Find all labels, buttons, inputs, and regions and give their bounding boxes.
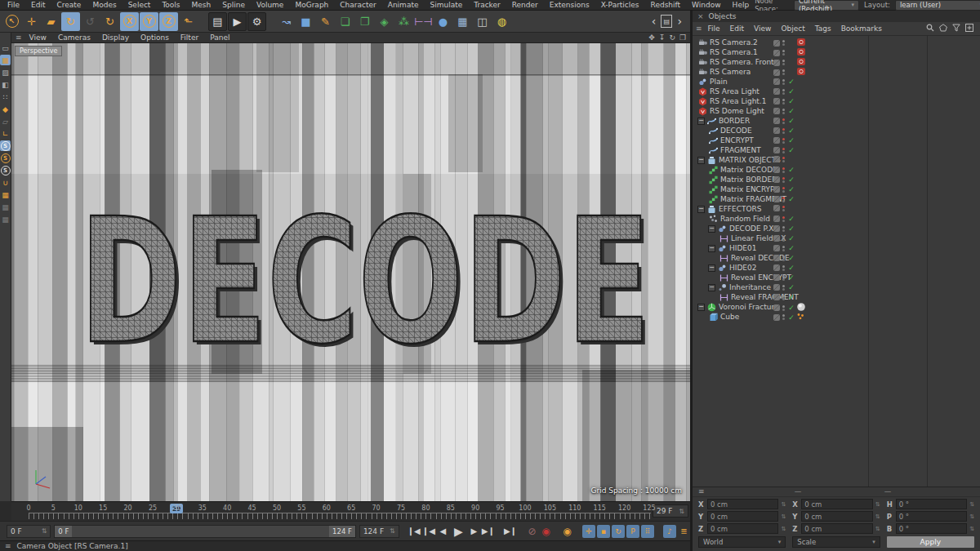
volume-builder-icon[interactable]: ● [434,12,452,31]
stepper[interactable]: ⇅ [969,501,974,508]
position-x-field[interactable]: 0 cm [707,499,778,509]
tree-item-border[interactable]: −BORDER✓ [693,116,980,126]
tree-item-rs-camera-1[interactable]: RS Camera.1 [693,47,980,57]
layout-document-icon[interactable]: ▤ [661,15,672,28]
stepper[interactable]: ⇅ [781,501,786,508]
enabled-check-icon[interactable]: ✓ [787,176,795,184]
layer-box[interactable] [773,69,780,76]
layer-box[interactable] [773,98,780,104]
menu-animate[interactable]: Animate [382,1,425,9]
tree-item-rs-area-light-1[interactable]: RS Area Light.1✓ [693,96,980,106]
visibility-dots[interactable] [782,206,785,211]
tree-item-linear-field-p-x[interactable]: Linear Field P.X✓ [693,233,980,243]
uv-mode-icon[interactable]: ◧ [0,79,11,90]
expand-icon[interactable]: − [708,284,715,291]
search-icon[interactable] [926,24,934,33]
menu-edit[interactable]: Edit [25,1,51,9]
menu-select[interactable]: Select [122,1,157,9]
menu-spline[interactable]: Spline [216,1,251,9]
enabled-check-icon[interactable]: ✓ [787,215,795,223]
menu-create[interactable]: Create [51,1,87,9]
pan-icon[interactable]: ✥ [648,33,655,42]
layer-box[interactable] [773,225,780,232]
dolly-icon[interactable]: ↧ [659,33,666,42]
quantize-toggle-icon[interactable]: S [0,153,11,163]
render-to-picture-viewer-icon[interactable]: ▶ [228,12,247,31]
layer-box[interactable] [773,274,780,281]
menu-volume[interactable]: Volume [251,1,289,9]
enabled-check-icon[interactable]: ✓ [787,87,795,96]
viewport-menu-icon[interactable]: ≡ [16,33,22,42]
expand-icon[interactable]: − [708,245,715,252]
viewport-label[interactable]: Perspective [15,46,62,56]
live-selection-tool-icon[interactable]: ↖ [2,12,21,31]
viewport-menu-panel[interactable]: Panel [204,33,235,42]
panel-menu-icon[interactable]: ≡ [696,24,702,33]
tree-item-reveal-decode[interactable]: Reveal DECODE✓ [693,253,980,263]
objects-tab[interactable]: × Objects [693,11,980,22]
enabled-check-icon[interactable]: ✓ [787,107,795,115]
model-mode-icon[interactable]: ■ [0,55,11,65]
scale-y-field[interactable]: 0 cm [801,511,872,522]
close-icon[interactable]: × [697,12,704,20]
layer-box[interactable] [773,137,780,144]
layer-box[interactable] [773,40,780,47]
stepper[interactable]: ⇅ [875,513,880,520]
visibility-dots[interactable] [782,60,785,65]
key-position-toggle[interactable]: ✛ [582,525,595,538]
visibility-dots[interactable] [782,69,785,75]
enabled-check-icon[interactable]: ✓ [787,127,795,135]
visibility-dots[interactable] [782,167,785,173]
menu-tools[interactable]: Tools [156,1,185,9]
tree-item-matrix-fragment[interactable]: Matrix FRAGMENT✓ [693,194,980,204]
tree-item-encrypt[interactable]: ENCRYPT✓ [693,136,980,145]
enabled-check-icon[interactable]: ✓ [787,283,795,291]
rscam-tag-icon[interactable] [797,38,805,47]
layer-box[interactable] [773,147,780,153]
enabled-check-icon[interactable]: ✓ [787,244,795,252]
visibility-dots[interactable] [782,148,785,153]
cube-primitive-icon[interactable]: ■ [296,12,315,31]
stepper[interactable]: ⇅ [875,526,880,532]
menu-window[interactable]: Window [686,1,727,9]
layer-box[interactable] [773,176,780,183]
layer-box[interactable] [773,108,780,114]
current-frame-field[interactable]: 29 F⇅ [653,504,688,518]
visibility-dots[interactable] [782,197,785,202]
tree-item-cube[interactable]: Cube✓ [693,312,980,322]
layer-box[interactable] [773,314,780,321]
visibility-dots[interactable] [782,40,785,46]
expand-icon[interactable]: − [697,304,705,311]
layer-box[interactable] [773,294,780,300]
layer-box[interactable] [773,186,780,193]
goto-prev-key-button[interactable]: ❙◀ [422,524,435,539]
key-pla-toggle[interactable]: ⠿ [641,525,654,538]
om-menu-view[interactable]: View [749,24,776,33]
goto-end-button[interactable]: ▶❙ [504,524,517,539]
menu-x-particles[interactable]: X-Particles [595,1,645,9]
menu-character[interactable]: Character [334,1,381,9]
tree-item-fragment[interactable]: FRAGMENT✓ [693,145,980,155]
layer-box[interactable] [773,156,780,162]
preview-end-field[interactable]: 124 F⇅ [359,525,399,538]
coord-mode-select[interactable]: Scale▾ [792,536,880,548]
autokey-button[interactable]: ◉ [561,524,573,539]
filter-funnel-icon[interactable] [952,24,960,33]
axis-mode-icon[interactable]: ◆ [0,104,11,114]
key-parameter-toggle[interactable]: P [626,525,639,538]
rotation-h-field[interactable]: 0 ° [896,499,967,509]
tree-item-matrix-decode[interactable]: Matrix DECODE✓ [693,165,980,175]
status-menu-icon[interactable]: ≡ [5,542,11,550]
om-menu-file[interactable]: File [703,24,725,33]
camera-icon[interactable]: ◫ [473,12,492,31]
history-back-icon[interactable]: ‹ [652,15,657,28]
tree-item-hide02[interactable]: −HIDE02✓ [693,263,980,273]
menu-modes[interactable]: Modes [87,1,122,9]
magnet-tool-icon[interactable]: ∪ [0,177,11,188]
texture-mode-icon[interactable]: ▨ [0,67,11,78]
edit-render-settings-icon[interactable]: ⚙ [247,12,266,31]
home-icon[interactable] [939,24,947,33]
visibility-dots[interactable] [782,118,785,124]
tree-item-rs-camera[interactable]: RS Camera [693,67,980,77]
layer-box[interactable] [773,127,780,134]
